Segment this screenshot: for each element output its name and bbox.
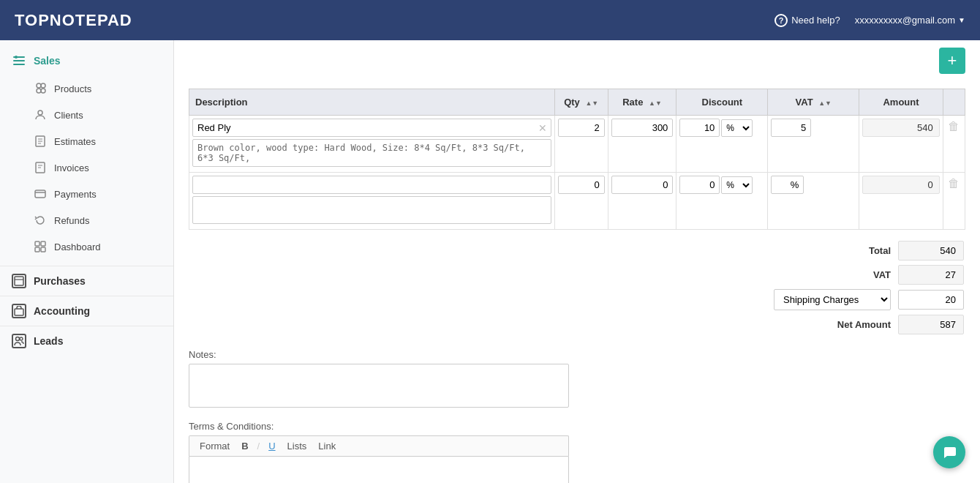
- row2-notes-input[interactable]: [192, 196, 551, 224]
- need-help-link[interactable]: ? Need help?: [774, 14, 840, 27]
- invoice-table: Description Qty ▲▼ Rate ▲▼ Discount: [189, 89, 965, 230]
- refunds-label: Refunds: [54, 215, 89, 226]
- help-icon: ?: [774, 14, 788, 27]
- sidebar: Sales Products Clients Estimates: [0, 40, 174, 483]
- row2-qty-input[interactable]: [558, 176, 605, 194]
- sidebar-item-payments[interactable]: Payments: [0, 181, 173, 207]
- qty-sort-icon[interactable]: ▲▼: [585, 100, 598, 107]
- svg-rect-9: [35, 242, 39, 246]
- row1-vat-cell: [768, 116, 859, 173]
- payments-icon: [34, 187, 47, 201]
- svg-point-3: [37, 89, 41, 93]
- sidebar-item-products[interactable]: Products: [0, 75, 173, 102]
- svg-rect-10: [41, 242, 45, 246]
- row2-discount-input[interactable]: [679, 176, 720, 194]
- rate-header: Rate ▲▼: [608, 89, 676, 116]
- total-row: Total 540: [730, 241, 964, 261]
- main-layout: Sales Products Clients Estimates: [0, 40, 980, 483]
- estimates-label: Estimates: [54, 136, 96, 147]
- sidebar-item-sales[interactable]: Sales: [0, 46, 173, 75]
- sidebar-item-accounting[interactable]: Accounting: [0, 296, 173, 326]
- table-row: % flat 0: [189, 173, 965, 230]
- vat-header: VAT ▲▼: [768, 89, 859, 116]
- clear-icon[interactable]: ✕: [538, 122, 547, 134]
- accounting-label: Accounting: [34, 305, 90, 317]
- lists-button[interactable]: Lists: [283, 439, 312, 453]
- underline-button[interactable]: U: [264, 439, 279, 453]
- sales-section: Sales Products Clients Estimates: [0, 40, 173, 266]
- row1-discount-cell: % flat: [676, 116, 768, 173]
- row2-rate-input[interactable]: [611, 176, 674, 194]
- notes-textarea[interactable]: [189, 364, 569, 408]
- app-header: TopNotepad ? Need help? xxxxxxxxxx@gmail…: [0, 0, 980, 40]
- sidebar-item-estimates[interactable]: Estimates: [0, 128, 173, 154]
- svg-rect-14: [15, 309, 23, 315]
- row1-amount-display: 540: [862, 119, 940, 137]
- svg-rect-11: [35, 247, 39, 252]
- row1-qty-cell: [554, 116, 608, 173]
- bold-button[interactable]: B: [237, 439, 252, 453]
- shipping-charges-select[interactable]: Shipping Charges: [774, 289, 891, 310]
- invoices-label: Invoices: [54, 162, 89, 173]
- row2-description-input[interactable]: [192, 176, 551, 194]
- svg-point-0: [15, 56, 18, 59]
- header-right: ? Need help? xxxxxxxxxx@gmail.com ▼: [774, 14, 965, 27]
- vat-summary-label: VAT: [873, 269, 891, 280]
- sidebar-item-invoices[interactable]: Invoices: [0, 154, 173, 181]
- row1-delete-button[interactable]: 🗑: [946, 119, 962, 135]
- sales-label: Sales: [34, 55, 61, 67]
- format-button[interactable]: Format: [195, 439, 234, 453]
- vat-sort-icon[interactable]: ▲▼: [818, 100, 832, 107]
- terms-section: Terms & Conditions: Format B / U Lists L…: [189, 421, 965, 483]
- row2-delete-button[interactable]: 🗑: [946, 176, 962, 192]
- rate-sort-icon[interactable]: ▲▼: [649, 100, 662, 107]
- row2-vat-input[interactable]: [771, 176, 804, 194]
- terms-textarea[interactable]: [189, 456, 569, 483]
- net-amount-value: 587: [898, 315, 964, 334]
- notes-section: Notes:: [189, 349, 965, 410]
- user-menu[interactable]: xxxxxxxxxx@gmail.com ▼: [855, 15, 965, 26]
- row1-rate-input[interactable]: [611, 119, 674, 137]
- row1-qty-input[interactable]: [558, 119, 605, 137]
- leads-label: Leads: [34, 335, 63, 347]
- sidebar-item-dashboard[interactable]: Dashboard: [0, 233, 173, 260]
- row1-discount-input[interactable]: [679, 119, 720, 137]
- chat-button[interactable]: [933, 436, 965, 468]
- amount-header: Amount: [859, 89, 943, 116]
- total-label: Total: [869, 245, 891, 256]
- row1-discount-type-select[interactable]: % flat: [721, 119, 753, 137]
- svg-point-2: [41, 83, 45, 88]
- row1-notes-input[interactable]: [192, 139, 551, 167]
- estimates-icon: [34, 135, 47, 148]
- row2-discount-cell: % flat: [676, 173, 768, 230]
- discount-header: Discount: [676, 89, 768, 116]
- user-email-text: xxxxxxxxxx@gmail.com: [855, 15, 955, 26]
- payments-label: Payments: [54, 189, 97, 200]
- invoices-icon: [34, 161, 47, 174]
- sidebar-item-leads[interactable]: Leads: [0, 326, 173, 356]
- row1-vat-input[interactable]: [771, 119, 811, 137]
- refunds-icon: [34, 214, 47, 227]
- row1-description-input[interactable]: [192, 119, 551, 137]
- row1-description-cell: ✕: [189, 116, 555, 173]
- products-icon: [34, 82, 47, 95]
- link-button[interactable]: Link: [314, 439, 340, 453]
- svg-point-1: [37, 83, 41, 88]
- row2-vat-cell: [768, 173, 859, 230]
- need-help-label: Need help?: [791, 15, 840, 26]
- row1-amount-cell: 540: [859, 116, 943, 173]
- sidebar-item-clients[interactable]: Clients: [0, 102, 173, 128]
- purchases-icon: [12, 274, 26, 288]
- row2-rate-cell: [608, 173, 676, 230]
- leads-icon: [12, 334, 26, 348]
- terms-toolbar: Format B / U Lists Link: [189, 435, 569, 456]
- svg-rect-13: [15, 277, 23, 285]
- shipping-row: Shipping Charges: [730, 289, 964, 310]
- add-button[interactable]: +: [939, 48, 965, 74]
- row2-discount-type-select[interactable]: % flat: [721, 176, 753, 194]
- sidebar-item-refunds[interactable]: Refunds: [0, 207, 173, 233]
- shipping-value-input[interactable]: [898, 290, 964, 310]
- net-amount-row: Net Amount 587: [730, 315, 964, 334]
- content-inner: Description Qty ▲▼ Rate ▲▼ Discount: [174, 81, 980, 483]
- sidebar-item-purchases[interactable]: Purchases: [0, 266, 173, 296]
